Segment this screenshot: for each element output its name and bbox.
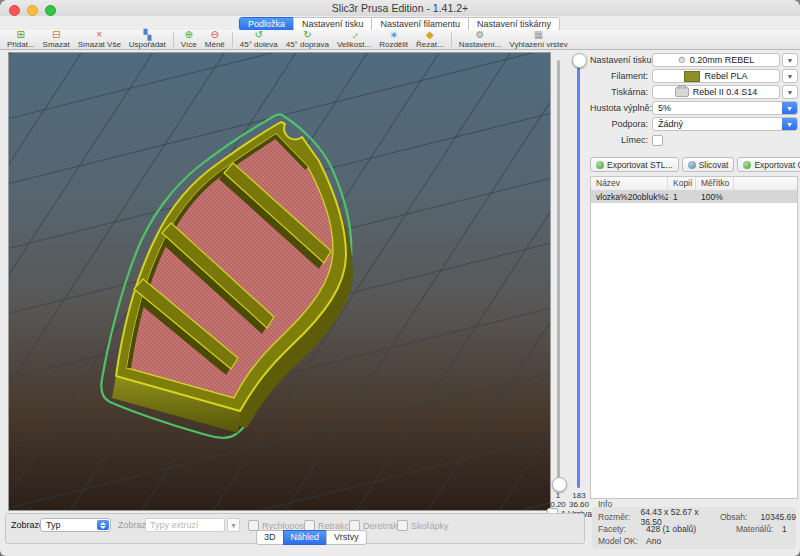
cut-icon: ◆ bbox=[426, 30, 434, 39]
rotate-right-icon: ↻ bbox=[303, 30, 311, 39]
layer-smoothing-button[interactable]: ▦ Vyhlazení vrstev bbox=[505, 30, 571, 49]
shells-checkbox[interactable]: Skořápky bbox=[397, 520, 449, 531]
arrange-button[interactable]: ▚ Uspořádat bbox=[125, 30, 170, 49]
add-button[interactable]: ⊞ Přidat... bbox=[3, 30, 39, 49]
view-mode-value: Typ bbox=[46, 520, 61, 530]
support-value: Žádný bbox=[658, 119, 683, 129]
extrusion-type-placeholder: Typy extruzí bbox=[150, 520, 199, 530]
stepper-arrows-icon[interactable] bbox=[97, 520, 109, 530]
delete-all-button[interactable]: × Smazat Vše bbox=[74, 30, 125, 49]
arrange-icon: ▚ bbox=[143, 30, 151, 39]
column-header-copies[interactable]: Kopií bbox=[668, 177, 696, 190]
app-window: Slic3r Prusa Edition - 1.41.2+ Podložka … bbox=[0, 0, 800, 556]
window-title: Slic3r Prusa Edition - 1.41.2+ bbox=[0, 2, 800, 14]
split-button[interactable]: ∗ Rozdělit bbox=[375, 30, 412, 49]
sliced-model-preview bbox=[9, 53, 550, 510]
chevron-down-icon[interactable]: ▼ bbox=[782, 118, 797, 130]
extrusion-type-dropdown-button[interactable]: ▼ bbox=[227, 518, 240, 532]
brim-label: Límec: bbox=[590, 135, 648, 145]
toolbar: ⊞ Přidat... ⊟ Smazat × Smazat Vše ▚ Uspo… bbox=[0, 30, 800, 50]
filament-dropdown-button[interactable]: ▼ bbox=[782, 69, 798, 83]
support-label: Podpora: bbox=[590, 119, 648, 129]
toolbar-separator bbox=[173, 32, 174, 47]
support-select[interactable]: Žádný ▼ bbox=[652, 117, 798, 131]
chevron-down-icon: ▼ bbox=[787, 57, 794, 64]
print-settings-label: Nastavení tisku: bbox=[590, 55, 648, 65]
rotate-left-45-button[interactable]: ↺ 45° doleva bbox=[236, 30, 282, 49]
object-copies-cell: 1 bbox=[668, 192, 696, 202]
tab-strip: Podložka Nastavení tisku Nastavení filam… bbox=[0, 16, 800, 31]
table-header: Název Kopií Měřítko bbox=[591, 177, 797, 191]
slice-icon bbox=[688, 161, 696, 169]
layer-slider-max-thumb[interactable] bbox=[572, 53, 587, 68]
more-copies-button[interactable]: ⊕ Více bbox=[177, 30, 201, 49]
printer-icon bbox=[675, 87, 689, 97]
infill-select[interactable]: 5% ▼ bbox=[652, 101, 798, 115]
infill-label: Hustota výplně: bbox=[590, 103, 648, 113]
split-icon: ∗ bbox=[389, 30, 397, 39]
infill-value: 5% bbox=[658, 103, 671, 113]
preview-controls-bar: Zobrazení Typ Zobrazit Typy extruzí ▼ Ry… bbox=[5, 513, 585, 544]
volume-label: Obsah: bbox=[720, 512, 761, 522]
print-profile-icon: ⚙ bbox=[678, 56, 686, 65]
chevron-down-icon: ▼ bbox=[230, 522, 237, 529]
model-ok-label: Model OK: bbox=[598, 536, 646, 546]
tab-filament-settings[interactable]: Nastavení filamentu bbox=[371, 17, 469, 31]
delete-all-icon: × bbox=[96, 30, 102, 39]
chevron-down-icon[interactable]: ▼ bbox=[782, 102, 797, 114]
printer-select[interactable]: Rebel II 0.4 S14 bbox=[652, 85, 780, 99]
view-mode-segmented-control: 3D Náhled Vrstvy bbox=[257, 530, 367, 545]
column-header-scale[interactable]: Měřítko bbox=[696, 177, 734, 190]
printer-dropdown-button[interactable]: ▼ bbox=[782, 85, 798, 99]
size-label: Rozměr: bbox=[598, 512, 640, 522]
filament-color-swatch bbox=[684, 71, 700, 82]
tab-plater[interactable]: Podložka bbox=[239, 17, 294, 31]
print-settings-select[interactable]: ⚙ 0.20mm REBEL bbox=[652, 53, 780, 67]
delete-object-icon: ⊟ bbox=[52, 30, 60, 39]
export-gcode-button[interactable]: Exportovat G-kód... bbox=[737, 157, 800, 172]
mode-tab-3d[interactable]: 3D bbox=[256, 530, 284, 545]
settings-icon: ⚙ bbox=[476, 30, 485, 39]
model-ok-value: Ano bbox=[646, 536, 736, 546]
model-info-box: Rozměr: 64.43 x 52.67 x 36.50 Obsah: 103… bbox=[592, 507, 796, 549]
object-list-table: Název Kopií Měřítko vlozka%20obluk%204.s… bbox=[590, 176, 798, 499]
object-name-cell: vlozka%20obluk%204.stl bbox=[591, 192, 668, 202]
object-scale-cell: 100% bbox=[696, 192, 734, 202]
slice-button[interactable]: Slicovat bbox=[682, 157, 735, 172]
print-settings-dropdown-button[interactable]: ▼ bbox=[782, 53, 798, 67]
export-stl-icon bbox=[596, 161, 604, 169]
brim-checkbox[interactable] bbox=[652, 135, 663, 146]
facets-label: Facety: bbox=[598, 524, 646, 534]
facets-value: 428 (1 obalů) bbox=[646, 524, 736, 534]
export-stl-button[interactable]: Exportovat STL... bbox=[590, 157, 679, 172]
print-settings-value: 0.20mm REBEL bbox=[690, 55, 755, 65]
layer-slider-min-track[interactable] bbox=[557, 60, 560, 488]
export-gcode-icon bbox=[743, 161, 751, 169]
extrusion-type-combo[interactable]: Typy extruzí bbox=[145, 518, 225, 532]
mode-tab-layers[interactable]: Vrstvy bbox=[326, 530, 367, 545]
table-row[interactable]: vlozka%20obluk%204.stl 1 100% bbox=[591, 191, 797, 203]
scale-button[interactable]: ↔ Velikost... bbox=[333, 30, 375, 49]
printer-label: Tiskárna: bbox=[590, 87, 648, 97]
delete-button[interactable]: ⊟ Smazat bbox=[39, 30, 74, 49]
more-copies-icon: ⊕ bbox=[185, 30, 193, 39]
3d-viewport[interactable] bbox=[8, 52, 551, 511]
mode-tab-preview[interactable]: Náhled bbox=[283, 530, 328, 545]
volume-value: 10345.69 bbox=[761, 512, 796, 522]
titlebar: Slic3r Prusa Edition - 1.41.2+ bbox=[0, 0, 800, 16]
filament-select[interactable]: Rebel PLA bbox=[652, 69, 780, 83]
layer-slider-max-track[interactable] bbox=[577, 60, 580, 488]
layer-slider-min-thumb[interactable] bbox=[552, 477, 567, 492]
settings-button[interactable]: ⚙ Nastavení... bbox=[455, 30, 506, 49]
filament-value: Rebel PLA bbox=[704, 71, 747, 81]
rotate-left-icon: ↺ bbox=[255, 30, 263, 39]
materials-label: Materiálů: bbox=[736, 524, 782, 534]
rotate-right-45-button[interactable]: ↻ 45° doprava bbox=[282, 30, 333, 49]
column-header-name[interactable]: Název bbox=[591, 177, 668, 190]
printer-value: Rebel II 0.4 S14 bbox=[693, 87, 758, 97]
cut-button[interactable]: ◆ Řezat... bbox=[412, 30, 448, 49]
chevron-down-icon: ▼ bbox=[787, 73, 794, 80]
checkbox-box[interactable] bbox=[397, 520, 408, 531]
fewer-copies-button[interactable]: ⊖ Méně bbox=[201, 30, 229, 49]
view-mode-select[interactable]: Typ bbox=[40, 518, 111, 532]
